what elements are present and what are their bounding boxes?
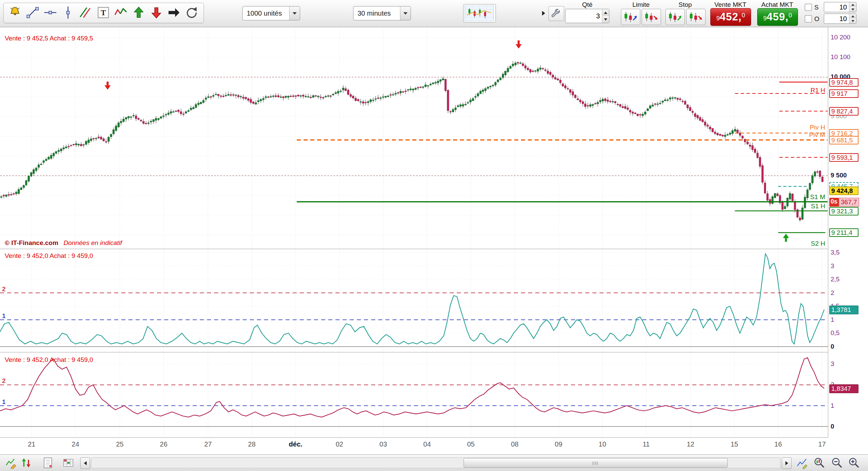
arrow-up-icon xyxy=(132,5,146,20)
stop-distance-stepper[interactable]: 10 xyxy=(824,2,856,12)
scroll-right-button[interactable] xyxy=(782,457,792,469)
date-label: 03 xyxy=(373,440,394,448)
units-value: 1000 unités xyxy=(247,10,282,17)
text-tool-icon: T xyxy=(96,5,110,20)
zoom-out-icon xyxy=(831,457,843,469)
ind1-axis-label: 0 xyxy=(831,343,867,350)
zoom-in-button[interactable] xyxy=(848,456,861,469)
objective-distance-stepper[interactable]: 10 xyxy=(824,14,856,24)
report-page-icon xyxy=(42,457,54,469)
orders-button[interactable] xyxy=(20,456,33,469)
ind1-axis-label: 3 xyxy=(831,262,867,270)
stop-distance-value: 10 xyxy=(824,2,849,12)
buy-market-button[interactable]: 9459,0 xyxy=(757,8,798,26)
sell-market-label: Vente MKT xyxy=(709,1,752,8)
fibonacci-tool-button[interactable] xyxy=(78,5,94,20)
caret-down-icon xyxy=(289,6,300,20)
replay-tool-button[interactable] xyxy=(184,5,200,20)
settings-wrench-button[interactable] xyxy=(549,6,564,21)
oscillator1-chart[interactable] xyxy=(0,249,828,352)
pivot-label: S1 H xyxy=(793,203,825,210)
panel-expander-icon[interactable] xyxy=(541,10,546,16)
stop-decrement-button[interactable] xyxy=(849,7,856,12)
main-gridlines xyxy=(0,27,828,249)
ind1-level-label: 1 xyxy=(2,312,6,320)
arrow-down-icon xyxy=(149,5,163,20)
limit-buy-button[interactable] xyxy=(621,9,640,25)
horizontal-line-tool-button[interactable] xyxy=(42,5,58,20)
chart-style-button[interactable] xyxy=(463,4,496,22)
indicator1-panel[interactable] xyxy=(0,249,828,352)
price-axis-box: 9 917 xyxy=(829,89,858,98)
trendline-tool-button[interactable] xyxy=(25,5,41,20)
date-label: 26 xyxy=(153,440,174,448)
quantity-stepper[interactable]: 3 xyxy=(565,9,609,23)
stop-sell-button[interactable] xyxy=(686,9,706,25)
date-label: 02 xyxy=(329,440,350,448)
date-label: 24 xyxy=(65,440,86,448)
scroll-left-button[interactable] xyxy=(80,457,90,469)
caret-down-icon xyxy=(400,6,411,20)
scrollbar-thumb[interactable] xyxy=(464,458,728,468)
date-label: 28 xyxy=(242,440,262,448)
units-dropdown[interactable]: 1000 unités xyxy=(242,6,300,20)
main-quote: Vente : 9 452,5 Achat : 9 459,5 xyxy=(5,35,93,42)
price-axis-label: 9 500 xyxy=(831,172,867,179)
forward-tool-button[interactable] xyxy=(166,5,182,20)
sell-arrow-tool-button[interactable] xyxy=(149,5,164,20)
vertical-line-tool-button[interactable] xyxy=(60,5,76,20)
zoom-reset-button[interactable] xyxy=(813,456,827,469)
draw-chart-button[interactable] xyxy=(796,456,810,469)
quantity-decrement-button[interactable] xyxy=(602,16,609,23)
date-label: 25 xyxy=(110,440,130,448)
trendline-icon xyxy=(25,5,40,20)
report-button[interactable] xyxy=(41,456,55,469)
scrollbar-track[interactable] xyxy=(91,457,780,468)
objective-checkbox[interactable] xyxy=(805,15,812,22)
price-axis-box: 9 593,1 xyxy=(829,153,858,162)
alarm-bell-icon xyxy=(8,5,22,20)
price-axis-box: 9 321,3 xyxy=(829,207,858,215)
sell-market-button[interactable]: 9452,0 xyxy=(710,8,751,26)
zoom-reset-icon xyxy=(813,457,826,469)
ind2-quote: Vente : 9 452,0 Achat : 9 459,0 xyxy=(5,356,93,364)
main-price-chart[interactable] xyxy=(0,27,828,249)
zigzag-tool-button[interactable] xyxy=(113,5,129,20)
positions-grid-icon xyxy=(62,457,74,469)
buy-arrow-tool-button[interactable] xyxy=(131,5,147,20)
positions-button[interactable] xyxy=(62,456,75,469)
quantity-increment-button[interactable] xyxy=(602,9,609,16)
limit-sell-button[interactable] xyxy=(642,9,661,25)
oscillator-line xyxy=(0,358,824,417)
bottom-toolbar xyxy=(0,454,868,471)
timeframe-dropdown[interactable]: 30 minutes xyxy=(353,6,411,20)
objective-decrement-button[interactable] xyxy=(849,19,856,23)
scrollbar-grip-icon xyxy=(593,461,599,465)
price-axis-box: 9 211,4 xyxy=(829,228,858,237)
text-tool-button[interactable]: T xyxy=(96,5,111,20)
stop-buy-button[interactable] xyxy=(665,9,685,25)
zoom-out-button[interactable] xyxy=(831,456,844,469)
ind2-value-box: 1,8347 xyxy=(829,384,858,393)
vertical-line-icon xyxy=(61,5,75,20)
candlestick-series xyxy=(0,61,823,222)
buy-market-label: Achat MKT xyxy=(756,1,799,8)
sell-price-prefix: 9 xyxy=(716,15,720,22)
main-chart-panel[interactable] xyxy=(0,27,828,249)
alarm-button[interactable] xyxy=(7,5,23,20)
stop-increment-button[interactable] xyxy=(849,2,856,7)
objective-increment-button[interactable] xyxy=(849,14,856,19)
ind2-level-label: 1 xyxy=(2,398,6,406)
fibonacci-lines-icon xyxy=(79,5,93,20)
edit-chart-button[interactable] xyxy=(5,456,18,469)
ind1-axis-label: 2 xyxy=(831,289,867,297)
indicator2-panel[interactable] xyxy=(0,352,828,438)
stop-checkbox[interactable] xyxy=(805,4,812,11)
oscillator-line xyxy=(0,254,824,344)
date-label: 12 xyxy=(680,440,701,448)
ind2-axis-label: 1 xyxy=(831,402,867,409)
date-label: 09 xyxy=(548,440,569,448)
time-axis[interactable]: 212425262728déc.020304050809101112151617 xyxy=(0,438,828,453)
oscillator2-chart[interactable] xyxy=(0,352,828,437)
trading-platform: T 1000 unités 30 minutes xyxy=(0,0,868,471)
